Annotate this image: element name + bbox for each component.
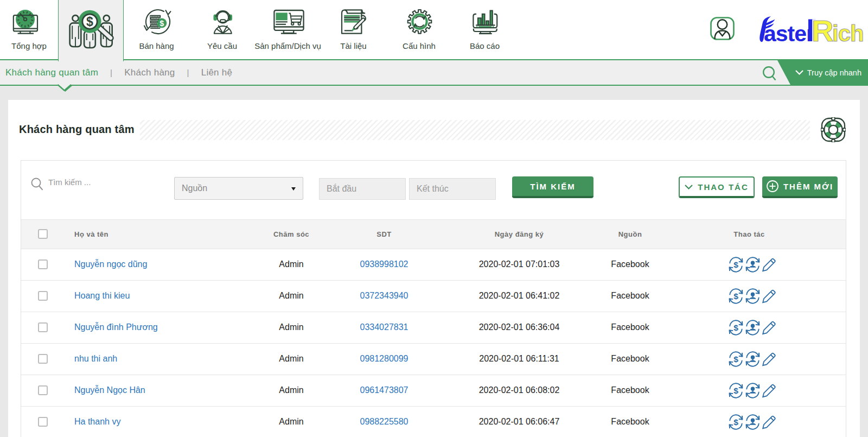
svg-text:$: $ xyxy=(86,15,93,29)
svg-text:$: $ xyxy=(733,292,738,301)
svg-text:$: $ xyxy=(733,323,738,332)
svg-text:$: $ xyxy=(733,386,738,395)
svg-text:$: $ xyxy=(733,354,738,364)
svg-text:$: $ xyxy=(159,19,164,28)
svg-text:$: $ xyxy=(733,260,738,269)
svg-text:R: R xyxy=(812,16,833,43)
svg-text:aster: aster xyxy=(764,21,815,43)
svg-text:ich: ich xyxy=(832,21,864,43)
svg-text:$: $ xyxy=(733,417,738,427)
